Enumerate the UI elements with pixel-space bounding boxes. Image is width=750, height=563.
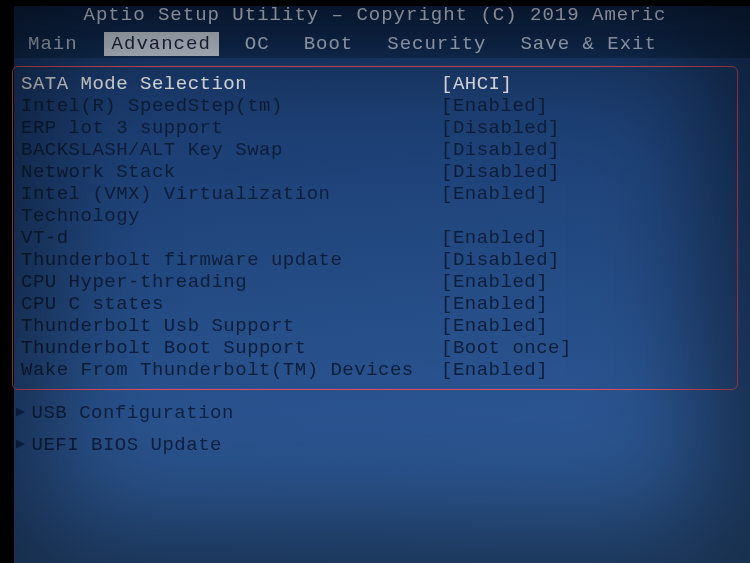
setting-value: [Enabled] xyxy=(441,359,729,381)
setting-value: [Disabled] xyxy=(441,249,729,271)
setting-vmx-virtualization[interactable]: Intel (VMX) Virtualization [Enabled] xyxy=(21,183,729,205)
setting-value: [Enabled] xyxy=(441,271,729,293)
submenu-usb-configuration[interactable]: ▶ USB Configuration xyxy=(16,398,738,428)
tab-main[interactable]: Main xyxy=(20,32,86,56)
edge-top xyxy=(0,0,750,6)
setting-value: [Disabled] xyxy=(441,139,729,161)
setting-label: Wake From Thunderbolt(TM) Devices xyxy=(21,359,441,381)
setting-value: [Enabled] xyxy=(441,293,729,315)
setting-value: [Disabled] xyxy=(441,117,729,139)
setting-label: CPU Hyper-threading xyxy=(21,271,441,293)
setting-speedstep[interactable]: Intel(R) SpeedStep(tm) [Enabled] xyxy=(21,95,729,117)
setting-label: Intel (VMX) Virtualization xyxy=(21,183,441,205)
triangle-right-icon: ▶ xyxy=(16,430,26,460)
setting-value: [Enabled] xyxy=(441,227,729,249)
setting-label: VT-d xyxy=(21,227,441,249)
triangle-right-icon: ▶ xyxy=(16,398,26,428)
setting-network-stack[interactable]: Network Stack [Disabled] xyxy=(21,161,729,183)
setting-label: Technology xyxy=(21,205,441,227)
setting-value: [Enabled] xyxy=(441,95,729,117)
setting-label: CPU C states xyxy=(21,293,441,315)
setting-label: Thunderbolt firmware update xyxy=(21,249,441,271)
submenu-uefi-bios-update[interactable]: ▶ UEFI BIOS Update xyxy=(16,430,738,460)
setting-backslash-alt[interactable]: BACKSLASH/ALT Key Swap [Disabled] xyxy=(21,139,729,161)
settings-group-highlighted: SATA Mode Selection [AHCI] Intel(R) Spee… xyxy=(12,66,738,390)
setting-hyperthreading[interactable]: CPU Hyper-threading [Enabled] xyxy=(21,271,729,293)
tab-oc[interactable]: OC xyxy=(237,32,278,56)
tab-bar: Main Advanced OC Boot Security Save & Ex… xyxy=(0,30,750,58)
setting-label: ERP lot 3 support xyxy=(21,117,441,139)
setting-label: Thunderbolt Boot Support xyxy=(21,337,441,359)
content-area: SATA Mode Selection [AHCI] Intel(R) Spee… xyxy=(0,58,750,468)
tab-save-exit[interactable]: Save & Exit xyxy=(512,32,664,56)
setting-wake-tb[interactable]: Wake From Thunderbolt(TM) Devices [Enabl… xyxy=(21,359,729,381)
setting-label: SATA Mode Selection xyxy=(21,73,441,95)
setting-value: [Enabled] xyxy=(441,183,729,205)
setting-value: [AHCI] xyxy=(441,73,729,95)
bios-screen: Aptio Setup Utility – Copyright (C) 2019… xyxy=(0,0,750,563)
setting-tb-boot[interactable]: Thunderbolt Boot Support [Boot once] xyxy=(21,337,729,359)
setting-value: [Disabled] xyxy=(441,161,729,183)
setting-vtd[interactable]: VT-d [Enabled] xyxy=(21,227,729,249)
setting-value: [Boot once] xyxy=(441,337,729,359)
setting-label: BACKSLASH/ALT Key Swap xyxy=(21,139,441,161)
tab-advanced[interactable]: Advanced xyxy=(104,32,219,56)
submenu-label: UEFI BIOS Update xyxy=(32,430,222,460)
setting-c-states[interactable]: CPU C states [Enabled] xyxy=(21,293,729,315)
tab-security[interactable]: Security xyxy=(379,32,494,56)
setting-value xyxy=(441,205,729,227)
setting-label: Intel(R) SpeedStep(tm) xyxy=(21,95,441,117)
setting-sata-mode[interactable]: SATA Mode Selection [AHCI] xyxy=(21,73,729,95)
setting-value: [Enabled] xyxy=(441,315,729,337)
setting-erp[interactable]: ERP lot 3 support [Disabled] xyxy=(21,117,729,139)
setting-vmx-virtualization-line2: Technology xyxy=(21,205,729,227)
setting-thunderbolt-fw[interactable]: Thunderbolt firmware update [Disabled] xyxy=(21,249,729,271)
submenu-label: USB Configuration xyxy=(32,398,234,428)
setting-tb-usb[interactable]: Thunderbolt Usb Support [Enabled] xyxy=(21,315,729,337)
setting-label: Network Stack xyxy=(21,161,441,183)
setting-label: Thunderbolt Usb Support xyxy=(21,315,441,337)
tab-boot[interactable]: Boot xyxy=(296,32,362,56)
